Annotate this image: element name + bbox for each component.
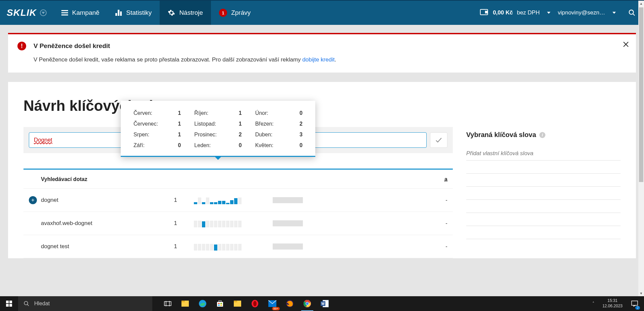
svg-rect-29 [220, 305, 222, 306]
user-email[interactable]: vipnoviny@sezn… [558, 9, 605, 16]
trend-tooltip: Červen:1Červenec:1Srpen:1Září:0 Říjen:1L… [121, 101, 315, 157]
selected-line [466, 226, 621, 226]
mail-icon[interactable]: 99+ [264, 296, 281, 311]
svg-rect-26 [218, 303, 220, 304]
info-icon[interactable]: i [539, 132, 545, 138]
vat-label: bez DPH [517, 9, 540, 16]
content-wrap: ! V Peněžence došel kredit V Peněžence d… [0, 25, 644, 258]
logo-dropdown-icon[interactable] [40, 9, 47, 16]
taskbar-clock[interactable]: 15:31 12.06.2023 [598, 298, 627, 309]
svg-rect-5 [120, 11, 122, 16]
alert-close-button[interactable] [623, 41, 629, 49]
nav-campaigns[interactable]: Kampaně [53, 1, 107, 25]
tray-chevron-icon[interactable]: ˄ [589, 301, 598, 306]
nav-stats[interactable]: Statistiky [107, 1, 160, 25]
taskbar-time: 15:31 [602, 298, 623, 304]
scroll-up-icon[interactable]: ▲ [638, 1, 644, 6]
tooltip-month-row: Listopad:1 [194, 121, 241, 127]
add-keyword-input[interactable] [466, 147, 621, 161]
tooltip-month-row: Září:0 [133, 142, 181, 148]
alert-body: V Peněžence došel kredit, vaše reklama s… [34, 56, 627, 63]
tooltip-month-label: Říjen: [194, 110, 208, 116]
nav-messages[interactable]: 1 Zprávy [211, 1, 259, 25]
taskbar-date: 12.06.2023 [602, 304, 623, 309]
trend-sparkline[interactable] [177, 242, 258, 251]
tooltip-month-row: Červenec:1 [133, 121, 181, 127]
hamburger-icon [61, 10, 68, 15]
taskbar-search[interactable]: Hledat [18, 296, 152, 311]
tooltip-month-value: 2 [300, 121, 303, 127]
svg-rect-31 [234, 301, 237, 302]
scroll-down-icon[interactable]: ▼ [638, 291, 644, 296]
bar-chart-icon [115, 10, 122, 16]
chrome-icon[interactable] [299, 296, 316, 311]
alert-title: V Peněžence došel kredit [34, 42, 110, 50]
tooltip-month-value: 1 [178, 110, 181, 116]
alert-topup-link[interactable]: dobijte kredit [302, 56, 334, 63]
balance-dropdown-icon[interactable] [547, 12, 550, 14]
tooltip-month-label: Červenec: [133, 121, 158, 127]
svg-rect-22 [181, 301, 185, 302]
scroll-thumb[interactable] [639, 7, 643, 182]
tooltip-col-2: Říjen:1Listopad:1Prosinec:2Leden:0 [194, 110, 241, 148]
svg-rect-44 [632, 301, 638, 305]
nav-campaigns-label: Kampaně [72, 9, 99, 16]
taskview-icon[interactable] [159, 296, 176, 311]
notification-badge: 2 [635, 306, 640, 310]
tooltip-month-row: Březen:2 [255, 121, 303, 127]
logo-text: SKLIK [7, 7, 37, 18]
tooltip-arrow-icon [214, 156, 222, 160]
keyword-text: avaxhof.web-dognet [41, 220, 137, 227]
bid-placeholder [258, 243, 318, 250]
svg-rect-2 [61, 14, 68, 15]
svg-rect-3 [115, 13, 117, 16]
tooltip-month-value: 0 [178, 142, 181, 148]
nav-tools-label: Nástroje [179, 9, 203, 16]
main-panel: Návrh klíčových slov Dognet Vyhledávací … [8, 82, 636, 258]
explorer-icon[interactable] [176, 296, 194, 311]
keyword-submit-button[interactable] [430, 132, 447, 148]
selected-line [466, 199, 621, 200]
svg-point-8 [629, 10, 634, 14]
trend-sparkline[interactable] [177, 196, 258, 204]
tooltip-month-value: 2 [239, 132, 242, 138]
user-dropdown-icon[interactable] [612, 12, 616, 14]
svg-rect-15 [9, 304, 12, 307]
selected-title: Vybraná klíčová slova [466, 131, 536, 139]
selected-line [466, 213, 621, 213]
col-keyword: Vyhledávací dotaz [23, 176, 138, 182]
store-icon[interactable] [211, 296, 229, 311]
svg-point-16 [24, 301, 28, 305]
trend-sparkline[interactable] [177, 219, 258, 227]
edge-icon[interactable] [194, 296, 211, 311]
page-scrollbar[interactable]: ▲ ▼ [638, 1, 644, 296]
tooltip-month-row: Květen:0 [255, 142, 303, 148]
tooltip-month-value: 0 [300, 142, 303, 148]
table-row: +dognet1- [23, 189, 453, 212]
tooltip-month-value: 0 [239, 142, 242, 148]
tooltip-month-label: Srpen: [133, 132, 149, 138]
svg-line-17 [27, 304, 29, 306]
alert-error-icon: ! [17, 42, 26, 50]
table-row: dognet test1- [23, 235, 453, 258]
header-search-button[interactable] [627, 7, 637, 18]
bid-placeholder [258, 197, 318, 203]
start-button[interactable] [0, 296, 18, 311]
tooltip-month-row: Srpen:1 [133, 132, 181, 138]
firefox-icon[interactable] [281, 296, 299, 311]
balance-amount: 0,00 Kč [493, 9, 513, 16]
svg-point-33 [253, 301, 257, 306]
nav-tools[interactable]: Nástroje [160, 1, 211, 25]
svg-rect-7 [485, 11, 488, 13]
explorer2-icon[interactable] [229, 296, 246, 311]
logo[interactable]: SKLIK [0, 7, 53, 18]
tooltip-month-label: Červen: [133, 110, 152, 116]
tooltip-month-label: Září: [133, 142, 145, 148]
tooltip-month-value: 0 [300, 110, 303, 116]
tooltip-month-label: Květen: [255, 142, 273, 148]
word-icon[interactable]: W [316, 296, 333, 311]
opera-icon[interactable] [246, 296, 264, 311]
selected-keywords-panel: Vybraná klíčová slova i [466, 97, 621, 258]
add-keyword-button[interactable]: + [29, 196, 37, 204]
notification-button[interactable]: 2 [627, 296, 642, 311]
